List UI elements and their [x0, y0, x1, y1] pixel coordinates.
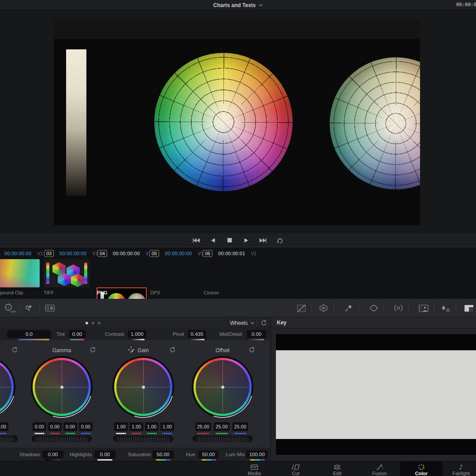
toolbar-divider [383, 304, 384, 312]
cut-icon [291, 464, 300, 470]
palette-toolbar: HDR [0, 299, 476, 317]
gain-master-value[interactable]: 1.00 [114, 422, 128, 431]
wheels-mode-dropdown[interactable]: Wheels [230, 317, 254, 328]
palette-card-icon[interactable] [43, 302, 56, 314]
clip-thumbnail-tiff[interactable] [44, 259, 90, 287]
nav-fusion[interactable]: Fusion [359, 461, 400, 476]
color-wheels-panel: Wheels Temp 0.0 Tint 0.00 Contrast 1.000 [0, 317, 270, 461]
clip-label: PNG [97, 290, 108, 295]
adjustment-row-bottom: Shadows 0.00 Highlights 0.00 Saturation … [0, 448, 270, 461]
clip-label: DPX [150, 290, 160, 295]
hue-gradient [201, 459, 216, 461]
offset-master-wheel-slider[interactable] [193, 435, 253, 442]
lum-mix-label: Lum Mix [226, 452, 245, 457]
curves-icon[interactable] [295, 302, 308, 314]
timeline-selector[interactable]: Charts and Tests [0, 0, 476, 10]
wheel-offset[interactable] [192, 356, 253, 418]
clip-timecode: 00:00:00:00 [113, 251, 140, 256]
svg-text:HDR: HDR [10, 310, 16, 313]
timeline-title: Charts and Tests [213, 2, 256, 8]
key-panel: Key [270, 317, 476, 461]
saturation-label: Saturation [128, 452, 151, 457]
pivot-value[interactable]: 0.435 [188, 330, 206, 338]
shadows-value[interactable]: 0.00 [42, 450, 63, 458]
highlights-value[interactable]: 0.00 [94, 450, 115, 458]
stop-button[interactable] [225, 237, 234, 244]
reset-all-icon[interactable] [260, 320, 267, 326]
gamma-blue-value[interactable]: 0.00 [79, 422, 93, 431]
gamma-reset-icon[interactable] [89, 346, 96, 353]
tracker-icon[interactable] [392, 302, 405, 314]
clip-number-badge[interactable]: 04 [97, 250, 107, 257]
gamma-red-value[interactable]: 0.00 [48, 422, 62, 431]
gamma-master-value[interactable]: 0.00 [33, 422, 46, 431]
resolve-color-page: Charts and Tests 00:00:00:00 [0, 0, 476, 476]
toolbar-divider [311, 304, 312, 312]
offset-green-value[interactable]: 25.00 [214, 422, 230, 431]
gain-blue-value[interactable]: 1.00 [160, 422, 174, 431]
clip-number-badge[interactable]: 06 [203, 250, 212, 257]
qualifier-icon[interactable] [342, 302, 355, 314]
play-button[interactable] [242, 237, 251, 244]
clip-number-badge[interactable]: 03 [44, 250, 54, 257]
lift-blue-value[interactable]: 0.00 [0, 422, 8, 431]
offset-red-value[interactable]: 25.00 [195, 422, 211, 431]
clip-number-badge[interactable]: 05 [149, 250, 159, 257]
contrast-value[interactable]: 1.000 [128, 330, 146, 338]
shadows-label: Shadows [19, 452, 40, 457]
page-dots[interactable] [86, 322, 100, 324]
gain-red-value[interactable]: 1.00 [130, 422, 143, 431]
chevron-down-icon [259, 4, 263, 7]
clip-thumbnail-compound[interactable] [0, 259, 40, 287]
tint-label: Tint [56, 331, 65, 337]
nav-fairlight[interactable]: ♪ Fairlight [444, 461, 476, 476]
offset-blue-value[interactable]: 25.00 [232, 422, 248, 431]
temp-value[interactable]: 0.0 [7, 330, 51, 338]
gain-reset-icon[interactable] [169, 346, 176, 353]
wheel-gamma[interactable] [31, 356, 93, 418]
offset-reset-icon[interactable] [249, 346, 255, 353]
gain-green-value[interactable]: 1.00 [145, 422, 159, 431]
play-reverse-button[interactable] [208, 237, 218, 244]
nav-edit[interactable]: Edit [316, 461, 358, 476]
clip-track: V1 [37, 251, 43, 256]
clip-label: pound Clip [0, 290, 23, 295]
color-wheel-chart-muted [330, 57, 420, 190]
clip-track: V1 [251, 251, 257, 256]
tiff-rainbow-strip [84, 263, 87, 284]
clip-strip: 00:00:00:00 V1 03 00:00:00:00 V1 04 00:0… [0, 247, 476, 299]
hdr-grade-icon[interactable]: HDR [4, 302, 17, 314]
color-warper-icon[interactable] [317, 302, 330, 314]
wheel-lift[interactable] [0, 356, 15, 418]
toolbar-divider [434, 304, 434, 312]
gain-master-wheel-slider[interactable] [113, 435, 173, 442]
blur-icon[interactable] [439, 302, 452, 314]
lift-reset-icon[interactable] [11, 346, 18, 353]
skip-back-button[interactable] [191, 237, 201, 244]
gamma-green-value[interactable]: 0.00 [63, 422, 77, 431]
gamma-master-wheel-slider[interactable] [32, 435, 92, 442]
grayscale-ramp [66, 49, 86, 196]
loop-button[interactable] [275, 237, 285, 244]
nav-media[interactable]: Media [234, 461, 275, 476]
saturation-value[interactable]: 50.00 [152, 450, 174, 458]
fusion-icon [376, 464, 383, 470]
nav-cut[interactable]: Cut [275, 461, 316, 476]
lift-master-wheel-slider[interactable] [0, 435, 18, 442]
temp-gradient [19, 339, 49, 340]
wheel-gain[interactable] [112, 356, 174, 418]
lum-mix-value[interactable]: 100.00 [246, 450, 268, 458]
skip-forward-button[interactable] [258, 237, 268, 244]
adjustment-row-top: Temp 0.0 Tint 0.00 Contrast 1.000 Pivot … [0, 329, 270, 341]
color-icon [418, 464, 425, 470]
clip-timecode: 00:00:00:00 [165, 251, 192, 256]
tint-value[interactable]: 0.00 [69, 330, 86, 338]
hue-value[interactable]: 50.00 [198, 450, 219, 458]
mid-detail-value[interactable]: 0.00 [247, 330, 266, 338]
gallery-wipe-icon[interactable] [462, 302, 476, 314]
magic-mask-icon[interactable] [417, 302, 430, 314]
clip-info: 04 00:00:00:00 V1 [97, 250, 151, 257]
power-window-icon[interactable] [367, 302, 380, 314]
nav-color[interactable]: Color [400, 461, 443, 476]
color-slice-icon[interactable] [22, 302, 35, 314]
